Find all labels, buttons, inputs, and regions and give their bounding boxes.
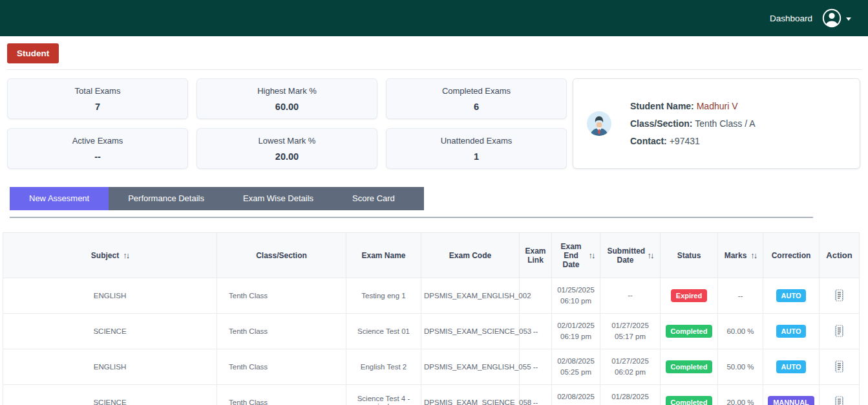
cell-action xyxy=(820,314,860,349)
col-exam-end-date: Exam End Date↑↓ xyxy=(552,233,600,278)
cell-marks: 60.00 % xyxy=(718,314,763,349)
class-section-row: Class/Section: Tenth Class / A xyxy=(630,118,756,129)
contact-row: Contact: +97431 xyxy=(630,136,756,146)
cell-correction: AUTO xyxy=(763,278,820,314)
table-row: ENGLISH Tenth Class Testing eng 1 DPSMIS… xyxy=(3,278,860,314)
stat-label: Total Exams xyxy=(75,86,121,96)
sort-icon[interactable]: ↑↓ xyxy=(589,250,595,260)
view-report-icon[interactable] xyxy=(834,396,844,405)
correction-badge: MANNUAL xyxy=(768,396,814,405)
status-badge: Completed xyxy=(666,396,713,405)
tab-score-card[interactable]: Score Card xyxy=(333,187,414,210)
cell-exam-name: English Test 2 xyxy=(346,349,421,385)
cell-subject: ENGLISH xyxy=(3,349,217,385)
stat-card-total-exams: Total Exams 7 xyxy=(7,78,188,119)
cell-correction: AUTO xyxy=(763,314,820,349)
student-info-lines: Student Name: Madhuri V Class/Section: T… xyxy=(630,101,756,146)
sort-icon[interactable]: ↑↓ xyxy=(123,250,129,260)
cell-submitted-date: -- xyxy=(600,278,661,314)
table-row: SCIENCE Tenth Class Science Test 4 - sin… xyxy=(3,385,860,405)
table-body: ENGLISH Tenth Class Testing eng 1 DPSMIS… xyxy=(3,278,860,405)
cell-exam-end-date: 02/08/202505:25 pm xyxy=(552,349,600,385)
stat-card-highest-mark: Highest Mark % 60.00 xyxy=(196,78,377,119)
sort-icon[interactable]: ↑↓ xyxy=(750,250,756,260)
cell-marks: 50.00 % xyxy=(718,349,763,385)
col-status: Status xyxy=(661,233,718,278)
tab-bar: New Assesment Performance Details Exam W… xyxy=(10,187,424,210)
cell-action xyxy=(820,278,860,314)
status-badge: Expired xyxy=(671,289,707,302)
class-section-label: Class/Section: xyxy=(630,118,692,129)
cell-exam-code: DPSMIS_EXAM_SCIENCE_053 xyxy=(421,314,520,349)
student-info-card: Student Name: Madhuri V Class/Section: T… xyxy=(573,78,860,169)
cell-status: Completed xyxy=(661,349,718,385)
cell-exam-code: DPSMIS_EXAM_ENGLISH_002 xyxy=(421,278,520,314)
correction-badge: AUTO xyxy=(776,289,807,302)
cell-class-section: Tenth Class xyxy=(217,314,346,349)
cell-marks: 20.00 % xyxy=(718,385,763,405)
user-avatar-icon xyxy=(821,8,842,28)
cell-exam-name: Science Test 01 xyxy=(346,314,421,349)
cell-status: Expired xyxy=(661,278,718,314)
cell-submitted-date: 01/27/202505:17 pm xyxy=(600,314,661,349)
sort-icon[interactable]: ↑↓ xyxy=(648,250,653,260)
stat-label: Lowest Mark % xyxy=(259,136,316,146)
section-divider xyxy=(6,69,862,70)
student-name-value: Madhuri V xyxy=(697,101,738,111)
stat-card-unattended-exams: Unattended Exams 1 xyxy=(386,128,567,169)
view-report-icon[interactable] xyxy=(834,289,844,301)
stat-value: 60.00 xyxy=(275,102,299,112)
cell-class-section: Tenth Class xyxy=(217,349,346,385)
cell-marks: -- xyxy=(718,278,763,314)
cell-exam-end-date: 02/01/202506:19 pm xyxy=(552,314,600,349)
user-menu[interactable] xyxy=(821,8,851,28)
status-badge: Completed xyxy=(666,325,713,338)
cell-correction: AUTO xyxy=(763,349,820,385)
student-role-badge: Student xyxy=(7,43,59,63)
stat-label: Completed Exams xyxy=(442,86,511,96)
correction-badge: AUTO xyxy=(776,325,807,338)
cell-class-section: Tenth Class xyxy=(217,385,346,405)
tab-exam-wise-details[interactable]: Exam Wise Details xyxy=(224,187,333,210)
col-class-section: Class/Section xyxy=(217,233,346,278)
col-correction: Correction xyxy=(763,233,820,278)
tabs-divider xyxy=(10,217,813,218)
stats-grid: Total Exams 7 Highest Mark % 60.00 Compl… xyxy=(7,78,567,169)
student-avatar xyxy=(586,111,612,137)
cell-exam-code: DPSMIS_EXAM_SCIENCE_058 xyxy=(421,385,520,405)
cell-exam-end-date: 01/25/202506:10 pm xyxy=(552,278,600,314)
status-badge: Completed xyxy=(666,360,713,373)
table-row: ENGLISH Tenth Class English Test 2 DPSMI… xyxy=(3,349,860,385)
student-name-row: Student Name: Madhuri V xyxy=(630,101,756,111)
stat-value: -- xyxy=(94,151,101,162)
cell-submitted-date: 01/27/202506:02 pm xyxy=(600,349,661,385)
cell-exam-code: DPSMIS_EXAM_ENGLISH_055 xyxy=(421,349,520,385)
col-subject: Subject↑↓ xyxy=(3,233,217,278)
col-action: Action xyxy=(820,233,860,278)
cell-subject: SCIENCE xyxy=(3,385,217,405)
view-report-icon[interactable] xyxy=(834,325,844,337)
top-navbar: Dashboard xyxy=(0,0,868,36)
stat-card-completed-exams: Completed Exams 6 xyxy=(386,78,567,119)
col-submitted-date: Submitted Date↑↓ xyxy=(600,233,661,278)
stat-value: 7 xyxy=(95,102,100,112)
stat-value: 6 xyxy=(474,102,479,112)
stat-value: 1 xyxy=(474,151,479,162)
table-row: SCIENCE Tenth Class Science Test 01 DPSM… xyxy=(3,314,860,349)
col-exam-name: Exam Name xyxy=(346,233,421,278)
tab-performance-details[interactable]: Performance Details xyxy=(109,187,224,210)
nav-dashboard-link[interactable]: Dashboard xyxy=(770,14,812,23)
cell-correction: MANNUAL xyxy=(763,385,820,405)
cell-exam-end-date: 02/08/202500:53 am xyxy=(552,385,600,405)
view-report-icon[interactable] xyxy=(834,360,844,373)
cell-subject: SCIENCE xyxy=(3,314,217,349)
col-exam-link: Exam Link xyxy=(520,233,552,278)
cell-class-section: Tenth Class xyxy=(217,278,346,314)
cell-submitted-date: 01/28/202510:00 am xyxy=(600,385,661,405)
cell-action xyxy=(820,349,860,385)
tab-new-assesment[interactable]: New Assesment xyxy=(10,187,109,210)
stat-label: Active Exams xyxy=(72,136,123,146)
stat-label: Highest Mark % xyxy=(257,86,317,96)
cell-action xyxy=(820,385,860,405)
col-exam-code: Exam Code xyxy=(421,233,520,278)
